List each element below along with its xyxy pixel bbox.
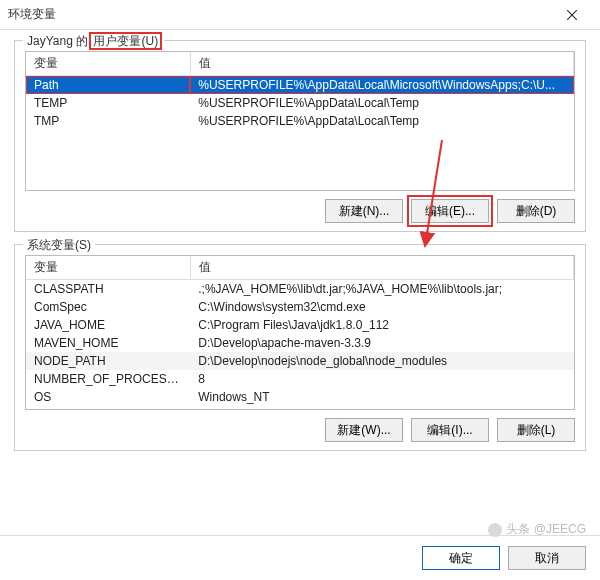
dialog-footer: 确定 取消: [0, 535, 600, 580]
cell-name: MAVEN_HOME: [26, 334, 190, 352]
cancel-button[interactable]: 取消: [508, 546, 586, 570]
cell-value: C:\Windows\system32\cmd.exe: [190, 298, 573, 316]
close-button[interactable]: [552, 1, 592, 29]
cell-value: D:\Develop\apache-maven-3.3.9: [190, 334, 573, 352]
user-edit-button[interactable]: 编辑(E)...: [411, 199, 489, 223]
table-row[interactable]: NODE_PATH D:\Develop\nodejs\node_global\…: [26, 352, 574, 370]
cell-value: %USERPROFILE%\AppData\Local\Temp: [190, 112, 573, 130]
window-title: 环境变量: [8, 6, 552, 23]
table-row[interactable]: JAVA_HOME C:\Program Files\Java\jdk1.8.0…: [26, 316, 574, 334]
system-group-label: 系统变量(S): [23, 237, 95, 254]
system-variables-group: 系统变量(S) 变量 值 CLASSPATH .;%JAVA_HOME%\lib…: [14, 244, 586, 451]
watermark-text: 头条 @JEECG: [506, 521, 586, 538]
table-row[interactable]: ComSpec C:\Windows\system32\cmd.exe: [26, 298, 574, 316]
cell-name: TMP: [26, 112, 190, 130]
cell-name: OS: [26, 388, 190, 406]
cell-value: 8: [190, 370, 573, 388]
watermark-icon: [488, 523, 502, 537]
user-col-name[interactable]: 变量: [26, 52, 190, 76]
user-group-prefix: JayYang 的: [27, 34, 91, 48]
cell-value: %USERPROFILE%\AppData\Local\Microsoft\Wi…: [190, 76, 573, 95]
close-icon: [567, 10, 577, 20]
cell-name: Path: [26, 76, 190, 95]
cell-name: NODE_PATH: [26, 352, 190, 370]
user-delete-button[interactable]: 删除(D): [497, 199, 575, 223]
watermark: 头条 @JEECG: [488, 521, 586, 538]
cell-value: .;%JAVA_HOME%\lib\dt.jar;%JAVA_HOME%\lib…: [190, 280, 573, 299]
sys-col-name[interactable]: 变量: [26, 256, 190, 280]
cell-name: TEMP: [26, 94, 190, 112]
system-new-button[interactable]: 新建(W)...: [325, 418, 403, 442]
cell-value: Windows_NT: [190, 388, 573, 406]
system-edit-button[interactable]: 编辑(I)...: [411, 418, 489, 442]
sys-col-value[interactable]: 值: [190, 256, 573, 280]
table-row[interactable]: OS Windows_NT: [26, 388, 574, 406]
titlebar: 环境变量: [0, 0, 600, 30]
cell-name: ComSpec: [26, 298, 190, 316]
user-col-value[interactable]: 值: [190, 52, 573, 76]
table-row[interactable]: TEMP %USERPROFILE%\AppData\Local\Temp: [26, 94, 574, 112]
table-row[interactable]: MAVEN_HOME D:\Develop\apache-maven-3.3.9: [26, 334, 574, 352]
user-group-label: JayYang 的 用户变量(U): [23, 33, 164, 50]
cell-name: JAVA_HOME: [26, 316, 190, 334]
system-button-row: 新建(W)... 编辑(I)... 删除(L): [25, 418, 575, 442]
user-button-row: 新建(N)... 编辑(E)... 删除(D): [25, 199, 575, 223]
table-row[interactable]: Path %USERPROFILE%\AppData\Local\Microso…: [26, 76, 574, 95]
cell-value: D:\Develop\nodejs\node_global\node_modul…: [190, 352, 573, 370]
cell-name: CLASSPATH: [26, 280, 190, 299]
table-row[interactable]: TMP %USERPROFILE%\AppData\Local\Temp: [26, 112, 574, 130]
table-row[interactable]: NUMBER_OF_PROCESSORS 8: [26, 370, 574, 388]
system-variables-table[interactable]: 变量 值 CLASSPATH .;%JAVA_HOME%\lib\dt.jar;…: [25, 255, 575, 410]
user-variables-table[interactable]: 变量 值 Path %USERPROFILE%\AppData\Local\Mi…: [25, 51, 575, 191]
cell-name: NUMBER_OF_PROCESSORS: [26, 370, 190, 388]
ok-button[interactable]: 确定: [422, 546, 500, 570]
table-row[interactable]: CLASSPATH .;%JAVA_HOME%\lib\dt.jar;%JAVA…: [26, 280, 574, 299]
system-delete-button[interactable]: 删除(L): [497, 418, 575, 442]
user-variables-group: JayYang 的 用户变量(U) 变量 值 Path %USERPROFILE…: [14, 40, 586, 232]
user-new-button[interactable]: 新建(N)...: [325, 199, 403, 223]
cell-value: C:\Program Files\Java\jdk1.8.0_112: [190, 316, 573, 334]
user-group-label-highlight: 用户变量(U): [89, 32, 162, 50]
cell-value: %USERPROFILE%\AppData\Local\Temp: [190, 94, 573, 112]
